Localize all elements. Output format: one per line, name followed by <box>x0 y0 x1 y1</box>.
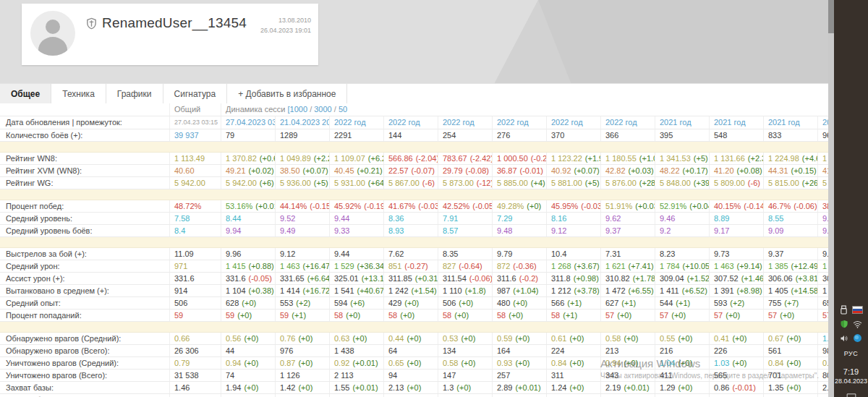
tab-3[interactable]: Сигнатура <box>163 84 228 104</box>
language-indicator[interactable]: РУС <box>844 350 859 357</box>
stat-value: 1 370.82 <box>226 154 257 163</box>
notification-icon[interactable] <box>846 393 856 397</box>
stat-value: 2.13 <box>388 383 404 392</box>
stat-value: 31 538 <box>174 371 199 380</box>
stat-row: Средний уровень боёв:8.49.949.499.338.93… <box>0 225 828 237</box>
stat-cell[interactable]: 39 937 <box>169 129 221 141</box>
stat-value: 851 <box>388 262 401 270</box>
stat-cell: 2.13(+0) <box>383 382 438 393</box>
stat-cell: 976 <box>275 345 329 357</box>
stat-value: 987 <box>497 286 510 295</box>
stat-value: 40.15% <box>714 202 741 210</box>
stat-cell: 57(+0) <box>763 310 817 321</box>
stat-cell: 74 <box>221 370 275 381</box>
stat-cell: 987(+1.04) <box>492 285 546 296</box>
column-header[interactable]: 21.04.2023 20:37 <box>275 116 329 129</box>
stat-cell: 48.22(+0.17) <box>655 165 709 176</box>
stat-cell: 29.79(-0.08) <box>438 165 492 176</box>
stat-delta: (+4.65) <box>802 154 817 163</box>
column-header[interactable]: 2022 год <box>546 116 600 129</box>
separator: / <box>307 105 314 114</box>
stat-delta: (+1.54) <box>412 286 437 295</box>
stat-delta: (+0) <box>244 383 258 392</box>
stat-value: 36.87 <box>497 166 517 175</box>
clock-time[interactable]: 7:19 <box>835 367 867 377</box>
stat-value: 9.48 <box>497 226 512 235</box>
stat-cell: 2.26 <box>817 382 828 393</box>
row-label: Уничтожено врагов (Средний): <box>0 357 169 369</box>
stat-cell: 1 414(+16.72) <box>275 285 329 296</box>
stat-value: 7.58 <box>174 214 190 223</box>
stat-cell: 64 <box>383 345 438 357</box>
stat-delta: (-0.15) <box>310 202 329 210</box>
stat-delta: (+0) <box>298 334 312 343</box>
row-label: Обнаружено врагов (Средний): <box>0 333 169 344</box>
stat-value: 51.91% <box>605 202 632 210</box>
stat-cell: 0.84(+0) <box>546 357 600 369</box>
vertical-scrollbar[interactable] <box>828 0 834 397</box>
stat-cell: 44 <box>221 345 275 357</box>
column-header[interactable]: 2021 год <box>655 116 709 129</box>
ru-flag-icon[interactable] <box>852 306 863 314</box>
stat-cell: 53.16%(+0.01) <box>221 200 275 212</box>
column-header[interactable]: 2022 год <box>329 116 383 129</box>
stat-value: 0.58 <box>605 334 621 343</box>
stat-value: 9.5 <box>822 226 828 235</box>
dynamics-link-1000[interactable]: [1000 <box>288 105 308 114</box>
tab-1[interactable]: Техника <box>51 84 106 104</box>
stat-delta: (-6) <box>748 179 760 187</box>
app-icon[interactable] <box>853 333 862 343</box>
stat-value: 971 <box>174 262 187 270</box>
stat-cell: 42.52%(-0.05) <box>438 200 492 212</box>
stat-value: 0.44 <box>388 334 404 343</box>
stat-value: 309.04 <box>660 274 684 283</box>
stat-delta: (+0) <box>671 311 686 320</box>
stat-delta: (+0) <box>678 359 692 367</box>
usb-icon[interactable] <box>840 305 848 315</box>
column-header[interactable]: 2022 год <box>438 116 492 129</box>
stat-value: 49.21 <box>226 166 246 175</box>
stat-delta: (+0) <box>346 311 360 320</box>
stat-value: 0.93 <box>497 359 512 367</box>
column-header[interactable]: 2022 год <box>600 116 655 129</box>
stat-cell: 9.79 <box>492 248 546 260</box>
stat-cell: 302. <box>817 273 828 284</box>
stat-value: 1 109.07 <box>334 154 365 163</box>
column-header[interactable]: 202 <box>817 116 828 129</box>
stat-value: 9.96 <box>226 249 241 258</box>
column-header[interactable]: 2022 год <box>383 116 438 129</box>
stat-cell: 1 438 <box>329 345 383 357</box>
stat-cell: 1 46 <box>817 260 828 272</box>
stat-cell: 9.37 <box>600 225 655 236</box>
scrollbar-thumb[interactable] <box>828 0 834 33</box>
volume-icon[interactable] <box>840 334 848 343</box>
column-header[interactable]: 2021 год <box>709 116 763 129</box>
column-header[interactable]: 2022 год <box>492 116 546 129</box>
stat-value: 1.3 <box>443 383 454 392</box>
tab-4[interactable]: + Добавить в избранное <box>227 84 347 104</box>
column-header[interactable]: 27.04.2023 03:15 <box>221 116 275 129</box>
stat-value[interactable]: 39 937 <box>174 131 199 140</box>
stat-value: 9.17 <box>714 226 729 235</box>
stat-delta: (+0) <box>461 359 475 367</box>
separator-row <box>0 142 828 153</box>
clock-date[interactable]: 28.04.2023 <box>835 377 867 385</box>
stat-value: 506 <box>443 299 456 307</box>
stat-value: 1 385 <box>768 262 788 270</box>
stat-delta: (+0) <box>569 359 584 367</box>
stat-cell: 0.84(+0) <box>763 357 817 369</box>
dynamics-link-50[interactable]: 50 <box>339 105 347 114</box>
stat-value: 1 049.89 <box>280 154 311 163</box>
stat-cell: 1.04(+0) <box>655 357 709 369</box>
wifi-icon[interactable] <box>853 320 862 328</box>
column-header[interactable]: 2021 год <box>763 116 817 129</box>
defender-icon[interactable] <box>840 320 848 328</box>
stat-delta: (+0.03) <box>635 202 655 210</box>
dynamics-label: Динамика сесси <box>226 105 288 114</box>
stat-cell: 1 784(+10.05) <box>655 260 709 272</box>
stat-cell: 49.21(+0.02) <box>221 165 275 176</box>
stat-value: 0.66 <box>174 334 190 343</box>
tab-0[interactable]: Общее <box>0 84 51 104</box>
tab-2[interactable]: Графики <box>106 84 163 104</box>
dynamics-link-3000[interactable]: 3000 <box>314 105 331 114</box>
